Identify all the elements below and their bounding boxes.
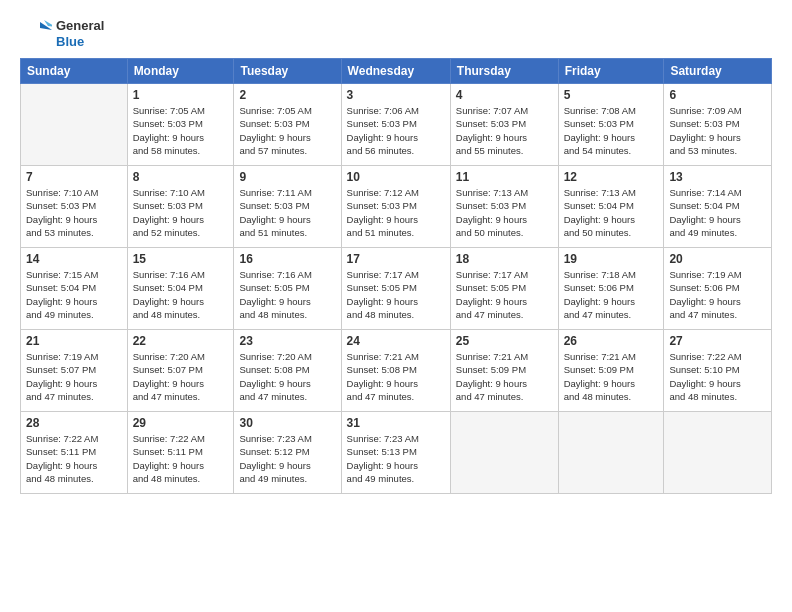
day-info: Sunrise: 7:21 AM Sunset: 5:09 PM Dayligh… xyxy=(564,350,659,403)
calendar-header-wednesday: Wednesday xyxy=(341,59,450,84)
day-info: Sunrise: 7:19 AM Sunset: 5:07 PM Dayligh… xyxy=(26,350,122,403)
day-number: 20 xyxy=(669,252,766,266)
day-number: 6 xyxy=(669,88,766,102)
calendar-cell: 8Sunrise: 7:10 AM Sunset: 5:03 PM Daylig… xyxy=(127,166,234,248)
calendar-cell: 11Sunrise: 7:13 AM Sunset: 5:03 PM Dayli… xyxy=(450,166,558,248)
calendar-cell: 31Sunrise: 7:23 AM Sunset: 5:13 PM Dayli… xyxy=(341,412,450,494)
logo-line1: General xyxy=(56,18,104,34)
day-info: Sunrise: 7:10 AM Sunset: 5:03 PM Dayligh… xyxy=(26,186,122,239)
day-number: 13 xyxy=(669,170,766,184)
day-info: Sunrise: 7:22 AM Sunset: 5:11 PM Dayligh… xyxy=(26,432,122,485)
day-info: Sunrise: 7:11 AM Sunset: 5:03 PM Dayligh… xyxy=(239,186,335,239)
day-number: 17 xyxy=(347,252,445,266)
calendar-cell: 18Sunrise: 7:17 AM Sunset: 5:05 PM Dayli… xyxy=(450,248,558,330)
day-number: 26 xyxy=(564,334,659,348)
calendar-cell: 23Sunrise: 7:20 AM Sunset: 5:08 PM Dayli… xyxy=(234,330,341,412)
calendar-header-monday: Monday xyxy=(127,59,234,84)
day-info: Sunrise: 7:23 AM Sunset: 5:13 PM Dayligh… xyxy=(347,432,445,485)
calendar-cell xyxy=(664,412,772,494)
calendar-cell xyxy=(450,412,558,494)
calendar-cell xyxy=(21,84,128,166)
day-info: Sunrise: 7:09 AM Sunset: 5:03 PM Dayligh… xyxy=(669,104,766,157)
calendar-cell: 26Sunrise: 7:21 AM Sunset: 5:09 PM Dayli… xyxy=(558,330,664,412)
calendar-header-saturday: Saturday xyxy=(664,59,772,84)
day-info: Sunrise: 7:15 AM Sunset: 5:04 PM Dayligh… xyxy=(26,268,122,321)
calendar-table: SundayMondayTuesdayWednesdayThursdayFrid… xyxy=(20,58,772,494)
calendar-cell: 16Sunrise: 7:16 AM Sunset: 5:05 PM Dayli… xyxy=(234,248,341,330)
day-info: Sunrise: 7:18 AM Sunset: 5:06 PM Dayligh… xyxy=(564,268,659,321)
day-number: 19 xyxy=(564,252,659,266)
day-info: Sunrise: 7:14 AM Sunset: 5:04 PM Dayligh… xyxy=(669,186,766,239)
calendar-cell: 24Sunrise: 7:21 AM Sunset: 5:08 PM Dayli… xyxy=(341,330,450,412)
day-info: Sunrise: 7:21 AM Sunset: 5:08 PM Dayligh… xyxy=(347,350,445,403)
day-number: 10 xyxy=(347,170,445,184)
calendar-week-5: 28Sunrise: 7:22 AM Sunset: 5:11 PM Dayli… xyxy=(21,412,772,494)
calendar-header-friday: Friday xyxy=(558,59,664,84)
calendar-cell: 5Sunrise: 7:08 AM Sunset: 5:03 PM Daylig… xyxy=(558,84,664,166)
day-number: 22 xyxy=(133,334,229,348)
calendar-cell: 21Sunrise: 7:19 AM Sunset: 5:07 PM Dayli… xyxy=(21,330,128,412)
day-number: 31 xyxy=(347,416,445,430)
calendar-header-sunday: Sunday xyxy=(21,59,128,84)
day-number: 27 xyxy=(669,334,766,348)
day-number: 8 xyxy=(133,170,229,184)
day-number: 11 xyxy=(456,170,553,184)
day-number: 18 xyxy=(456,252,553,266)
day-number: 23 xyxy=(239,334,335,348)
calendar-cell: 2Sunrise: 7:05 AM Sunset: 5:03 PM Daylig… xyxy=(234,84,341,166)
page: GeneralBlue SundayMondayTuesdayWednesday… xyxy=(0,0,792,612)
day-info: Sunrise: 7:19 AM Sunset: 5:06 PM Dayligh… xyxy=(669,268,766,321)
calendar-cell: 22Sunrise: 7:20 AM Sunset: 5:07 PM Dayli… xyxy=(127,330,234,412)
calendar-cell: 10Sunrise: 7:12 AM Sunset: 5:03 PM Dayli… xyxy=(341,166,450,248)
calendar-header-row: SundayMondayTuesdayWednesdayThursdayFrid… xyxy=(21,59,772,84)
calendar-cell: 19Sunrise: 7:18 AM Sunset: 5:06 PM Dayli… xyxy=(558,248,664,330)
day-number: 21 xyxy=(26,334,122,348)
calendar-cell xyxy=(558,412,664,494)
logo-svg xyxy=(20,18,52,50)
day-info: Sunrise: 7:07 AM Sunset: 5:03 PM Dayligh… xyxy=(456,104,553,157)
day-number: 12 xyxy=(564,170,659,184)
calendar-week-2: 7Sunrise: 7:10 AM Sunset: 5:03 PM Daylig… xyxy=(21,166,772,248)
day-info: Sunrise: 7:20 AM Sunset: 5:07 PM Dayligh… xyxy=(133,350,229,403)
day-info: Sunrise: 7:13 AM Sunset: 5:04 PM Dayligh… xyxy=(564,186,659,239)
calendar-cell: 30Sunrise: 7:23 AM Sunset: 5:12 PM Dayli… xyxy=(234,412,341,494)
calendar-header-thursday: Thursday xyxy=(450,59,558,84)
day-number: 14 xyxy=(26,252,122,266)
logo: GeneralBlue xyxy=(20,18,104,50)
day-info: Sunrise: 7:21 AM Sunset: 5:09 PM Dayligh… xyxy=(456,350,553,403)
calendar-cell: 13Sunrise: 7:14 AM Sunset: 5:04 PM Dayli… xyxy=(664,166,772,248)
calendar-cell: 3Sunrise: 7:06 AM Sunset: 5:03 PM Daylig… xyxy=(341,84,450,166)
day-number: 7 xyxy=(26,170,122,184)
day-info: Sunrise: 7:17 AM Sunset: 5:05 PM Dayligh… xyxy=(456,268,553,321)
day-number: 3 xyxy=(347,88,445,102)
calendar-header-tuesday: Tuesday xyxy=(234,59,341,84)
day-number: 25 xyxy=(456,334,553,348)
day-info: Sunrise: 7:13 AM Sunset: 5:03 PM Dayligh… xyxy=(456,186,553,239)
day-info: Sunrise: 7:16 AM Sunset: 5:04 PM Dayligh… xyxy=(133,268,229,321)
day-info: Sunrise: 7:22 AM Sunset: 5:10 PM Dayligh… xyxy=(669,350,766,403)
day-number: 9 xyxy=(239,170,335,184)
day-info: Sunrise: 7:10 AM Sunset: 5:03 PM Dayligh… xyxy=(133,186,229,239)
calendar-cell: 12Sunrise: 7:13 AM Sunset: 5:04 PM Dayli… xyxy=(558,166,664,248)
calendar-cell: 1Sunrise: 7:05 AM Sunset: 5:03 PM Daylig… xyxy=(127,84,234,166)
day-number: 16 xyxy=(239,252,335,266)
calendar-cell: 6Sunrise: 7:09 AM Sunset: 5:03 PM Daylig… xyxy=(664,84,772,166)
calendar-cell: 7Sunrise: 7:10 AM Sunset: 5:03 PM Daylig… xyxy=(21,166,128,248)
day-info: Sunrise: 7:17 AM Sunset: 5:05 PM Dayligh… xyxy=(347,268,445,321)
calendar-cell: 25Sunrise: 7:21 AM Sunset: 5:09 PM Dayli… xyxy=(450,330,558,412)
day-number: 29 xyxy=(133,416,229,430)
day-info: Sunrise: 7:06 AM Sunset: 5:03 PM Dayligh… xyxy=(347,104,445,157)
calendar-cell: 9Sunrise: 7:11 AM Sunset: 5:03 PM Daylig… xyxy=(234,166,341,248)
calendar-cell: 17Sunrise: 7:17 AM Sunset: 5:05 PM Dayli… xyxy=(341,248,450,330)
calendar-cell: 15Sunrise: 7:16 AM Sunset: 5:04 PM Dayli… xyxy=(127,248,234,330)
calendar-week-1: 1Sunrise: 7:05 AM Sunset: 5:03 PM Daylig… xyxy=(21,84,772,166)
logo-line2: Blue xyxy=(56,34,104,50)
day-number: 5 xyxy=(564,88,659,102)
day-number: 4 xyxy=(456,88,553,102)
day-info: Sunrise: 7:16 AM Sunset: 5:05 PM Dayligh… xyxy=(239,268,335,321)
day-info: Sunrise: 7:05 AM Sunset: 5:03 PM Dayligh… xyxy=(133,104,229,157)
day-number: 28 xyxy=(26,416,122,430)
header: GeneralBlue xyxy=(20,18,772,50)
day-number: 30 xyxy=(239,416,335,430)
day-info: Sunrise: 7:05 AM Sunset: 5:03 PM Dayligh… xyxy=(239,104,335,157)
